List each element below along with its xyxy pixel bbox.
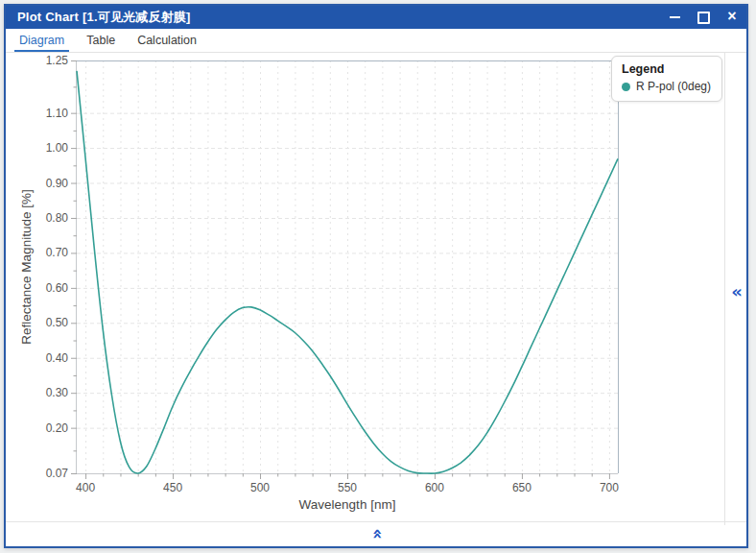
svg-text:1.10: 1.10 bbox=[46, 107, 69, 120]
legend-title: Legend bbox=[622, 62, 712, 76]
bottom-panel-divider bbox=[6, 521, 746, 522]
svg-text:0.90: 0.90 bbox=[46, 177, 69, 190]
tab-calculation-label: Calculation bbox=[137, 34, 197, 47]
svg-text:0.30: 0.30 bbox=[46, 386, 69, 399]
expand-bottom-panel-button[interactable]: « bbox=[368, 524, 388, 543]
window-title: Plot Chart [1.可见光减反射膜] bbox=[6, 9, 191, 26]
svg-text:0.50: 0.50 bbox=[46, 316, 69, 329]
maximize-icon bbox=[697, 12, 710, 24]
svg-text:1.25: 1.25 bbox=[46, 54, 69, 67]
axis-labels: 4004505005506006507000.070.200.300.400.5… bbox=[19, 54, 619, 512]
plot-chart-window: Plot Chart [1.可见光减反射膜] × Diagram Table C… bbox=[4, 4, 748, 548]
tab-calculation[interactable]: Calculation bbox=[131, 29, 202, 52]
svg-text:650: 650 bbox=[512, 481, 532, 494]
tab-table-label: Table bbox=[86, 34, 115, 47]
grid-lines bbox=[77, 60, 618, 473]
svg-text:600: 600 bbox=[425, 481, 444, 494]
axes bbox=[77, 60, 619, 474]
minimize-button[interactable] bbox=[660, 6, 689, 29]
svg-text:0.20: 0.20 bbox=[46, 421, 69, 435]
maximize-button[interactable] bbox=[689, 6, 718, 29]
svg-text:0.07: 0.07 bbox=[46, 467, 69, 480]
svg-text:700: 700 bbox=[600, 481, 619, 494]
y-axis-title: Reflectance Magnitude [%] bbox=[19, 189, 34, 344]
legend: Legend R P-pol (0deg) bbox=[611, 56, 722, 102]
svg-text:0.40: 0.40 bbox=[46, 351, 69, 365]
series-color-dot-icon bbox=[622, 83, 630, 91]
svg-text:1.00: 1.00 bbox=[46, 141, 69, 155]
double-chevron-up-icon: « bbox=[369, 528, 387, 540]
right-panel-divider bbox=[724, 53, 725, 525]
minimize-icon bbox=[670, 16, 680, 18]
tab-bar: Diagram Table Calculation bbox=[6, 29, 746, 53]
chart-canvas: 4004505005506006507000.070.200.300.400.5… bbox=[6, 53, 724, 521]
collapse-right-panel-button[interactable]: « bbox=[727, 282, 746, 301]
close-button[interactable]: × bbox=[718, 6, 746, 29]
svg-text:0.60: 0.60 bbox=[46, 281, 69, 295]
svg-text:0.80: 0.80 bbox=[46, 211, 69, 225]
legend-entry-label: R P-pol (0deg) bbox=[636, 80, 711, 93]
tab-diagram-label: Diagram bbox=[19, 34, 64, 47]
axis-ticks bbox=[71, 61, 609, 480]
svg-text:400: 400 bbox=[76, 481, 95, 494]
tab-table[interactable]: Table bbox=[81, 29, 121, 52]
window-controls: × bbox=[660, 6, 746, 29]
svg-text:0.70: 0.70 bbox=[46, 246, 69, 259]
x-axis-title: Wavelength [nm] bbox=[299, 497, 396, 512]
svg-text:550: 550 bbox=[338, 481, 357, 494]
svg-text:450: 450 bbox=[163, 481, 182, 494]
close-icon: × bbox=[727, 9, 736, 24]
legend-entry: R P-pol (0deg) bbox=[622, 80, 712, 93]
title-bar[interactable]: Plot Chart [1.可见光减反射膜] × bbox=[6, 6, 746, 29]
double-chevron-left-icon: « bbox=[731, 281, 743, 301]
tab-diagram[interactable]: Diagram bbox=[13, 29, 70, 52]
svg-text:500: 500 bbox=[250, 481, 270, 494]
